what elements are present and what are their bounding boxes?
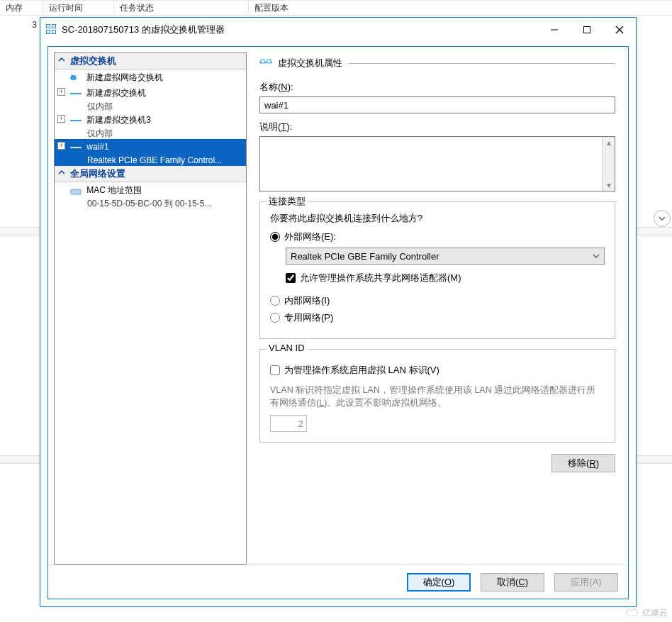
detail-pane: 虚拟交换机属性 名称(N): 说明(T): ▴ ▾: [252, 52, 622, 565]
tree-item-label: wai#1: [86, 142, 108, 152]
dialog-body: 虚拟交换机 新建虚拟网络交换机 + 新建虚拟交换机 仅内部 + 新建虚拟交换机3: [47, 46, 629, 599]
collapse-icon: [57, 169, 66, 177]
svg-rect-4: [71, 189, 81, 194]
bg-table-header: 内存 运行时间 任务状态 配置版本: [0, 0, 672, 16]
desc-textarea[interactable]: [260, 137, 602, 191]
vlan-enable-check[interactable]: 为管理操作系统启用虚拟 LAN 标识(V): [270, 364, 605, 377]
tree-item-sub: Realtek PCIe GBE Family Control...: [55, 155, 246, 166]
svg-rect-1: [584, 27, 590, 33]
bg-cell: 3: [0, 16, 43, 35]
tree-item-new-vswitch[interactable]: 新建虚拟网络交换机: [55, 70, 246, 85]
radio-private-input[interactable]: [270, 313, 280, 323]
group-legend: 连接类型: [266, 195, 308, 208]
radio-external[interactable]: 外部网络(E):: [270, 231, 605, 243]
bg-col-task[interactable]: 任务状态: [113, 0, 248, 15]
name-input[interactable]: [259, 96, 615, 113]
name-label: 名称(N):: [259, 81, 615, 94]
chevron-down-icon: [593, 251, 600, 262]
vswitch-prop-icon: [259, 57, 272, 70]
tree-item-vswitch1[interactable]: + 新建虚拟交换机: [55, 85, 246, 101]
bg-col-uptime[interactable]: 运行时间: [43, 0, 113, 15]
adapter-combo[interactable]: Realtek PCIe GBE Family Controller: [286, 248, 605, 265]
svg-rect-6: [261, 60, 264, 63]
scroll-down-icon[interactable]: ▾: [603, 179, 615, 191]
tree-item-label: 新建虚拟交换机: [86, 88, 146, 98]
expand-icon[interactable]: +: [57, 115, 65, 123]
close-button[interactable]: [603, 18, 636, 42]
dialog-button-bar: 确定(O) 取消(C) 应用(A): [48, 565, 628, 599]
radio-private[interactable]: 专用网络(P): [270, 311, 605, 324]
vlan-group: VLAN ID 为管理操作系统启用虚拟 LAN 标识(V) VLAN 标识符指定…: [259, 349, 615, 443]
nic-icon: [70, 187, 82, 195]
radio-label: 内部网络(I): [284, 294, 330, 307]
allow-share-input[interactable]: [286, 273, 296, 283]
tree-item-sub: 仅内部: [55, 128, 246, 139]
detail-header: 虚拟交换机属性: [278, 57, 342, 70]
allow-share-check[interactable]: 允许管理操作系统共享此网络适配器(M): [286, 272, 605, 284]
svg-rect-7: [267, 60, 271, 63]
cancel-button[interactable]: 取消(C): [481, 573, 544, 592]
expand-icon[interactable]: +: [57, 142, 65, 150]
maximize-button[interactable]: [571, 18, 603, 42]
tree-item-mac-range[interactable]: MAC 地址范围: [55, 182, 246, 198]
tree-item-wai1[interactable]: + wai#1: [55, 139, 246, 155]
radio-internal-input[interactable]: [270, 296, 280, 306]
tree-section-vswitch[interactable]: 虚拟交换机: [55, 53, 246, 70]
bg-scroll-down[interactable]: [654, 210, 671, 227]
connection-type-group: 连接类型 你要将此虚拟交换机连接到什么地方? 外部网络(E): Realtek …: [259, 201, 615, 339]
tree-item-sub: 00-15-5D-05-BC-00 到 00-15-5...: [55, 198, 246, 209]
radio-label: 外部网络(E):: [284, 231, 336, 243]
tree-pane[interactable]: 虚拟交换机 新建虚拟网络交换机 + 新建虚拟交换机 仅内部 + 新建虚拟交换机3: [54, 52, 247, 565]
group-legend: VLAN ID: [266, 343, 308, 353]
network-new-icon: [70, 74, 82, 82]
minimize-button[interactable]: [538, 18, 571, 42]
ok-button[interactable]: 确定(O): [407, 573, 471, 592]
vlan-id-input: [270, 415, 307, 432]
tree-item-label: MAC 地址范围: [86, 185, 142, 195]
tree-item-vswitch3[interactable]: + 新建虚拟交换机3: [55, 112, 246, 128]
collapse-icon: [57, 56, 66, 65]
watermark: 亿速云: [625, 607, 668, 619]
watermark-text: 亿速云: [642, 607, 668, 619]
section-label: 全局网络设置: [70, 168, 125, 179]
radio-external-input[interactable]: [270, 232, 280, 242]
window-title: SC-201807150713 的虚拟交换机管理器: [62, 23, 225, 36]
app-icon: [46, 24, 57, 35]
vswitch-manager-dialog: SC-201807150713 的虚拟交换机管理器 虚拟交换机: [40, 17, 637, 607]
network-icon: [70, 89, 82, 98]
apply-button: 应用(A): [554, 573, 618, 592]
tree-item-label: 新建虚拟网络交换机: [86, 72, 163, 82]
combo-value: Realtek PCIe GBE Family Controller: [291, 251, 439, 262]
bg-col-mem[interactable]: 内存: [0, 0, 43, 15]
scrollbar[interactable]: ▴ ▾: [602, 137, 615, 191]
check-label: 允许管理操作系统共享此网络适配器(M): [300, 272, 461, 284]
bg-col-ver[interactable]: 配置版本: [248, 0, 672, 15]
tree-item-sub: 仅内部: [55, 101, 246, 112]
network-icon: [70, 116, 82, 125]
remove-button[interactable]: 移除(R): [551, 454, 615, 472]
check-label: 为管理操作系统启用虚拟 LAN 标识(V): [284, 364, 439, 377]
expand-icon[interactable]: +: [57, 88, 65, 96]
scroll-up-icon[interactable]: ▴: [603, 137, 615, 148]
network-icon: [70, 143, 82, 152]
radio-internal[interactable]: 内部网络(I): [270, 294, 605, 307]
desc-label: 说明(T):: [259, 121, 615, 133]
section-label: 虚拟交换机: [70, 55, 116, 66]
tree-section-global[interactable]: 全局网络设置: [55, 166, 246, 182]
vlan-help-text: VLAN 标识符指定虚拟 LAN，管理操作系统使用该 LAN 通过此网络适配器进…: [270, 384, 605, 409]
desc-textarea-wrap: ▴ ▾: [259, 136, 615, 191]
vlan-enable-input[interactable]: [270, 365, 280, 375]
titlebar[interactable]: SC-201807150713 的虚拟交换机管理器: [40, 18, 636, 42]
rule: [348, 63, 615, 64]
tree-item-label: 新建虚拟交换机3: [86, 115, 151, 125]
conn-question: 你要将此虚拟交换机连接到什么地方?: [270, 212, 605, 225]
radio-label: 专用网络(P): [284, 311, 333, 324]
